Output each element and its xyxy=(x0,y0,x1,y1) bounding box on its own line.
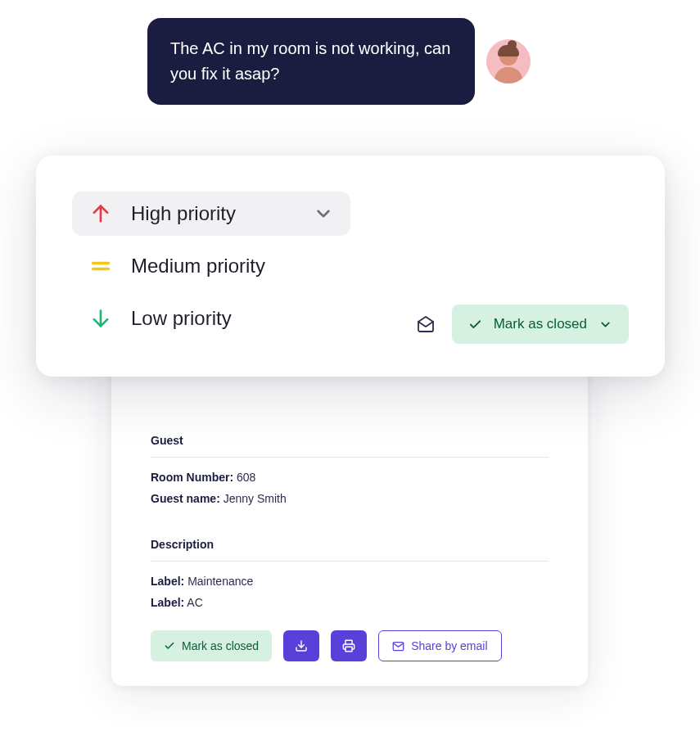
description-section-heading: Description xyxy=(151,538,549,551)
priority-dropdown-card: High priority Medium priority Low priori… xyxy=(36,156,665,377)
guest-name-row: Guest name: Jenny Smith xyxy=(151,492,549,505)
download-button[interactable] xyxy=(283,630,319,661)
mark-as-closed-label: Mark as closed xyxy=(494,316,587,332)
room-number-value: 608 xyxy=(237,471,255,484)
priority-label: High priority xyxy=(131,202,236,225)
label-value: AC xyxy=(187,596,202,609)
priority-label: Low priority xyxy=(131,307,232,330)
priority-options-list: High priority Medium priority Low priori… xyxy=(72,192,350,341)
chevron-down-icon xyxy=(313,203,334,224)
print-button[interactable] xyxy=(331,630,367,661)
label-row-2: Label: AC xyxy=(151,596,549,609)
room-number-label: Room Number: xyxy=(151,471,233,484)
print-icon xyxy=(342,639,355,652)
check-icon xyxy=(164,640,175,652)
guest-avatar xyxy=(486,39,531,83)
chevron-down-icon xyxy=(598,318,612,332)
arrow-down-icon xyxy=(88,306,113,331)
svg-rect-1 xyxy=(345,647,352,651)
card-bottom-actions: Mark as closed xyxy=(416,305,629,344)
check-icon xyxy=(468,318,482,332)
divider xyxy=(151,457,549,458)
chat-message-text: The AC in my room is not working, can yo… xyxy=(170,39,450,83)
mark-as-closed-button[interactable]: Mark as closed xyxy=(151,630,272,661)
envelope-open-icon[interactable] xyxy=(416,314,436,334)
guest-chat-bubble: The AC in my room is not working, can yo… xyxy=(147,18,475,105)
label-key: Label: xyxy=(151,575,184,588)
priority-option-low[interactable]: Low priority xyxy=(72,296,350,341)
guest-name-label: Guest name: xyxy=(151,492,220,505)
guest-name-value: Jenny Smith xyxy=(224,492,287,505)
share-by-email-label: Share by email xyxy=(411,639,487,652)
mark-as-closed-dropdown[interactable]: Mark as closed xyxy=(452,305,629,344)
label-row-1: Label: Maintenance xyxy=(151,575,549,588)
mail-icon xyxy=(392,640,404,652)
label-key: Label: xyxy=(151,596,184,609)
guest-section-heading: Guest xyxy=(151,434,549,447)
share-by-email-button[interactable]: Share by email xyxy=(378,630,501,661)
priority-label: Medium priority xyxy=(131,255,265,278)
label-value: Maintenance xyxy=(187,575,253,588)
divider xyxy=(151,561,549,562)
priority-option-medium[interactable]: Medium priority xyxy=(72,244,350,288)
download-icon xyxy=(295,639,308,652)
chat-row: The AC in my room is not working, can yo… xyxy=(147,18,531,105)
mark-as-closed-label: Mark as closed xyxy=(182,639,259,652)
priority-option-high[interactable]: High priority xyxy=(72,192,350,236)
equals-icon xyxy=(88,254,113,278)
arrow-up-icon xyxy=(88,201,113,226)
room-number-row: Room Number: 608 xyxy=(151,471,549,484)
actions-row: Mark as closed Share by email xyxy=(151,630,549,661)
